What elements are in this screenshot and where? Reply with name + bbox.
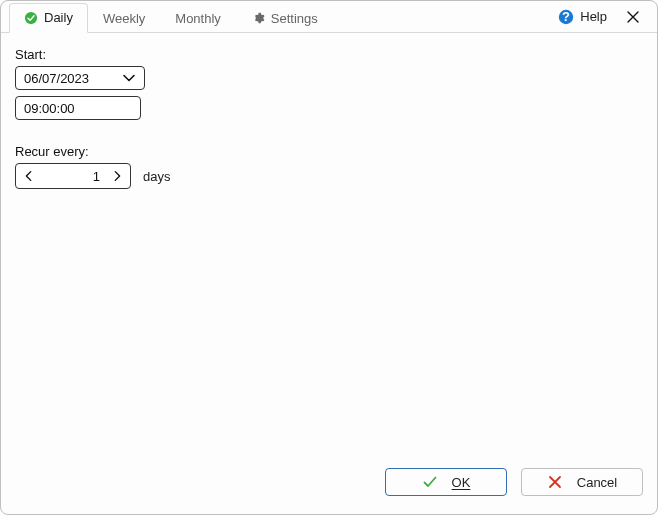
check-circle-icon	[24, 11, 38, 25]
chevron-down-icon	[121, 70, 137, 86]
chevron-left-icon	[22, 169, 36, 183]
tab-weekly[interactable]: Weekly	[88, 3, 160, 33]
tab-label: Daily	[44, 10, 73, 25]
start-date-value: 06/07/2023	[24, 71, 89, 86]
tab-monthly[interactable]: Monthly	[160, 3, 236, 33]
tab-label: Weekly	[103, 11, 145, 26]
help-button[interactable]: ? Help	[558, 9, 607, 25]
svg-text:?: ?	[562, 9, 570, 24]
help-icon: ?	[558, 9, 574, 25]
footer: OK Cancel	[385, 468, 643, 496]
recur-row: 1 days	[15, 163, 643, 189]
spinner-increment[interactable]	[104, 164, 130, 188]
header-right: ? Help	[558, 9, 657, 25]
ok-label: OK	[452, 475, 471, 490]
recur-spinner: 1	[15, 163, 131, 189]
cancel-button[interactable]: Cancel	[521, 468, 643, 496]
start-label: Start:	[15, 47, 643, 62]
tab-label: Settings	[271, 11, 318, 26]
panel-body: Start: 06/07/2023 09:00:00 Recur every: …	[1, 33, 657, 189]
close-icon	[625, 9, 641, 25]
tab-daily[interactable]: Daily	[9, 3, 88, 33]
help-label: Help	[580, 9, 607, 24]
start-time-field[interactable]: 09:00:00	[15, 96, 141, 120]
recur-label: Recur every:	[15, 144, 643, 159]
date-dropdown-button[interactable]	[120, 67, 138, 89]
tab-label: Monthly	[175, 11, 221, 26]
gear-icon	[251, 11, 265, 25]
ok-button[interactable]: OK	[385, 468, 507, 496]
tab-settings[interactable]: Settings	[236, 3, 333, 33]
spinner-decrement[interactable]	[16, 164, 42, 188]
chevron-right-icon	[110, 169, 124, 183]
tabstrip: Daily Weekly Monthly Settings ? Help	[1, 1, 657, 33]
cancel-label: Cancel	[577, 475, 617, 490]
start-date-field[interactable]: 06/07/2023	[15, 66, 145, 90]
cross-icon	[547, 474, 563, 490]
recur-value[interactable]: 1	[42, 169, 104, 184]
recur-unit: days	[143, 169, 170, 184]
svg-point-0	[25, 11, 37, 23]
close-button[interactable]	[625, 9, 641, 25]
recur-section: Recur every: 1 days	[15, 144, 643, 189]
check-icon	[422, 474, 438, 490]
start-time-value: 09:00:00	[24, 101, 75, 116]
